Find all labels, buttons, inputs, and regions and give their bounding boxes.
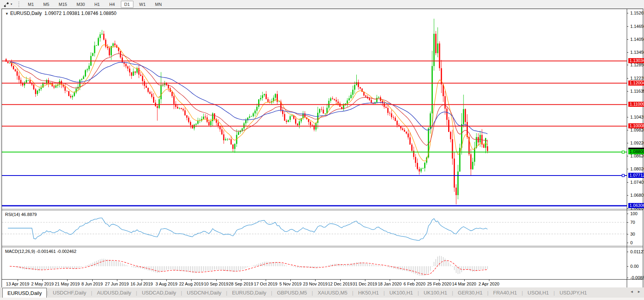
date-tick xyxy=(290,280,291,281)
chart-ohlc-values: 1.09072 1.09381 1.08746 1.08850 xyxy=(44,11,117,16)
timeframe-button-w1[interactable]: W1 xyxy=(136,1,150,8)
chart-tab-usdchf-daily[interactable]: USDCHF,Daily xyxy=(48,288,91,298)
macd-label: MACD(12,26,9) -0.001461 -0.002462 xyxy=(5,249,77,254)
chart-tab-xauusd-m5[interactable]: XAUUSD,M5 xyxy=(313,288,352,298)
date-axis-label: 18 Jan 2020 xyxy=(378,282,402,286)
date-axis-label: 27 Jun 2019 xyxy=(105,282,129,286)
timeframe-button-m15[interactable]: M15 xyxy=(55,1,71,8)
date-axis[interactable]: 13 Apr 20192 May 201921 May 20198 Jun 20… xyxy=(2,279,643,288)
level-price-label: 1.13034 xyxy=(628,58,644,63)
chart-tab-fra40-h1[interactable]: FRA40,H1 xyxy=(489,288,522,298)
chart-tab-eurusd-daily[interactable]: EURUSD,Daily xyxy=(227,288,271,298)
date-tick xyxy=(439,280,440,281)
toolbar-grip[interactable] xyxy=(18,2,19,7)
date-tick xyxy=(241,280,241,281)
price-axis-label: 1.12235 xyxy=(630,76,644,80)
tab-scroll-right-icon[interactable]: ▸ xyxy=(638,289,640,294)
rsi-label: RSI(14) 46.8879 xyxy=(5,212,37,217)
axis-tick xyxy=(627,243,628,243)
rsi-value: 46.8879 xyxy=(21,212,37,217)
level-price-label: 1.08800 xyxy=(628,149,644,154)
axis-tick xyxy=(627,91,628,91)
dropdown-caret-icon: ▾ xyxy=(11,2,12,6)
macd-axis-label: 0.00 xyxy=(630,264,639,269)
chart-tab-usdcad-daily[interactable]: USDCAD,Daily xyxy=(137,288,181,298)
chart-tab-usdjpy-h1[interactable]: USDJPY,H1 xyxy=(555,288,592,298)
date-tick xyxy=(266,280,266,281)
date-tick xyxy=(489,280,489,281)
price-axis-label: 1.07405 xyxy=(630,180,644,185)
level-price-label: 1.07712 xyxy=(628,173,644,178)
chart-symbol-label: EURUSD,Daily xyxy=(10,11,42,16)
date-axis-label: 25 Feb 2020 xyxy=(427,282,452,286)
chart-tab-ger30-h1[interactable]: GER30,H1 xyxy=(453,288,487,298)
line-handle xyxy=(622,174,624,177)
date-axis-label: 13 Apr 2019 xyxy=(6,282,29,286)
price-axis-label: 1.15265 xyxy=(630,11,644,15)
date-axis-label: 14 Mar 2020 xyxy=(452,282,476,286)
chart-tab-uk100-h1[interactable]: UK100,H1 xyxy=(385,288,418,298)
tab-scroll-left-icon[interactable]: ◂ xyxy=(631,289,633,294)
price-axis-label: 1.08020 xyxy=(630,166,644,171)
axis-tick xyxy=(627,117,628,117)
level-price-label: 1.11009 xyxy=(628,102,644,107)
rsi-indicator-plot[interactable] xyxy=(2,210,627,246)
date-tick xyxy=(216,280,217,281)
date-axis-label: 16 Jul 2019 xyxy=(131,282,153,286)
timeframe-button-m5[interactable]: M5 xyxy=(40,1,53,8)
timeframe-button-h4[interactable]: H4 xyxy=(106,1,118,8)
timeframe-button-m1[interactable]: M1 xyxy=(24,1,37,8)
axis-tick xyxy=(627,234,628,234)
axis-tick xyxy=(627,182,628,183)
date-tick xyxy=(166,280,167,281)
macd-indicator-plot[interactable] xyxy=(2,247,627,279)
macd-name: MACD(12,26,9) xyxy=(5,249,35,254)
chart-tab-eurusd-daily[interactable]: EURUSD,Daily xyxy=(2,288,47,298)
price-chart-plot[interactable] xyxy=(2,9,627,209)
macd-signal-line xyxy=(10,260,487,274)
price-axis-label: 1.14650 xyxy=(630,24,644,29)
date-tick xyxy=(142,280,142,281)
cursor-tool-button[interactable]: ▾ xyxy=(2,1,14,7)
timeframe-button-m30[interactable]: M30 xyxy=(73,1,88,8)
axis-tick xyxy=(627,222,628,223)
chart-tab-hk50-h1[interactable]: HK50,H1 xyxy=(353,288,383,298)
date-axis-label: 5 Nov 2019 xyxy=(279,282,301,286)
rsi-axis-label: 70 xyxy=(630,220,635,225)
date-axis-label: 3 Aug 2019 xyxy=(155,282,177,286)
chart-title: ▼EURUSD,Daily 1.09072 1.09381 1.08746 1.… xyxy=(5,11,117,16)
axis-tick xyxy=(627,52,628,53)
cursor-tool-icon xyxy=(3,1,9,7)
date-axis-label: 6 Feb 2020 xyxy=(403,282,425,286)
macd-values: -0.001461 -0.002462 xyxy=(36,249,76,254)
date-tick xyxy=(464,280,465,281)
chart-tab-uk100-h1[interactable]: UK100,H1 xyxy=(419,288,452,298)
moving-average-line xyxy=(10,54,487,146)
chart-tab-usdcnh-daily[interactable]: USDCNH,Daily xyxy=(182,288,226,298)
timeframe-button-d1[interactable]: D1 xyxy=(121,1,133,8)
chart-tab-gbpusd-m5[interactable]: GBPUSD,M5 xyxy=(272,288,312,298)
timeframe-button-mn[interactable]: MN xyxy=(151,1,165,8)
price-axis-label: 1.06805 xyxy=(630,193,644,198)
date-axis-label: 10 Sep 2019 xyxy=(204,282,228,286)
rsi-axis-label: 100 xyxy=(630,211,637,216)
axis-tick xyxy=(627,78,628,79)
axis-tick xyxy=(627,13,628,13)
tab-scroll-arrows: ◂ ▸ xyxy=(627,289,640,294)
moving-average-line xyxy=(10,45,487,161)
rsi-axis-label: 0 xyxy=(630,240,633,245)
chart-tab-audusd-daily[interactable]: AUDUSD,Daily xyxy=(92,288,136,298)
timeframe-button-h1[interactable]: H1 xyxy=(91,1,103,8)
chart-tab-usoil-h1[interactable]: USOil,H1 xyxy=(523,288,553,298)
date-tick xyxy=(340,280,341,281)
axis-tick xyxy=(627,169,628,169)
date-tick xyxy=(414,280,415,281)
axis-tick xyxy=(627,214,628,214)
date-tick xyxy=(191,280,192,281)
date-tick xyxy=(92,280,93,281)
axis-tick xyxy=(627,156,628,156)
date-axis-label: 21 May 2019 xyxy=(55,282,80,286)
axis-tick xyxy=(627,65,628,65)
rsi-axis-label: 30 xyxy=(630,232,635,236)
chart-tab-bar: EURUSD,Daily|USDCHF,Daily|AUDUSD,Daily|U… xyxy=(0,287,644,300)
